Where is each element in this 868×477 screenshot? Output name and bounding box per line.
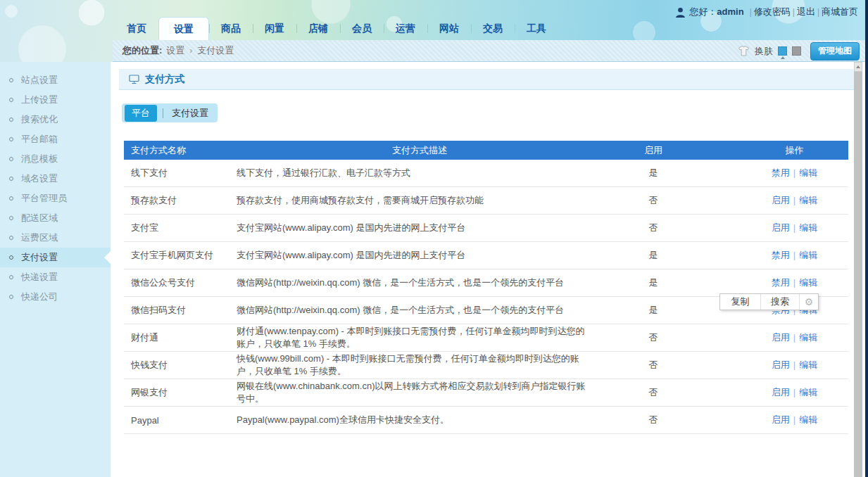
action-separator: | [793, 167, 795, 178]
table-row: 财付通财付通(www.tenpay.com) - 本即时到账接口无需预付费，任何… [124, 324, 848, 352]
toggle-enable-link[interactable]: 启用 [772, 222, 790, 233]
payment-description: 线下支付，通过银行汇款、电子汇款等方式 [237, 167, 603, 179]
user-link-separator: | [793, 7, 795, 17]
username: admin [717, 6, 743, 17]
row-actions: 禁用|编辑 [704, 249, 848, 262]
nav-tab-1[interactable]: 设置 [158, 17, 209, 40]
nav-tab-3[interactable]: 闲置 [253, 17, 296, 40]
gear-icon[interactable] [800, 294, 818, 310]
payment-name: 支付宝 [124, 222, 237, 234]
user-link-2[interactable]: 商城首页 [822, 6, 858, 18]
tab-platform[interactable]: 平台 [125, 105, 157, 122]
action-separator: | [793, 414, 795, 425]
sidebar-item-1[interactable]: 上传设置 [0, 90, 111, 110]
bullet-icon [9, 216, 13, 220]
context-menu-search[interactable]: 搜索 [761, 294, 800, 310]
row-actions: 启用|编辑 [704, 414, 848, 426]
bullet-icon [9, 157, 13, 161]
nav-tab-9[interactable]: 工具 [515, 17, 558, 40]
breadcrumb-separator: › [189, 46, 192, 56]
edit-link[interactable]: 编辑 [799, 414, 817, 425]
toggle-enable-link[interactable]: 启用 [772, 360, 790, 370]
edit-link[interactable]: 编辑 [799, 332, 817, 343]
nav-tab-4[interactable]: 店铺 [296, 17, 340, 40]
toggle-enable-link[interactable]: 启用 [772, 387, 790, 398]
sidebar-item-label: 域名设置 [21, 172, 58, 185]
nav-tab-5[interactable]: 会员 [340, 17, 384, 40]
row-actions: 禁用|编辑 [704, 167, 848, 179]
enabled-status: 否 [603, 194, 704, 207]
sidebar-item-5[interactable]: 域名设置 [0, 169, 111, 189]
edit-link[interactable]: 编辑 [799, 222, 817, 233]
sidebar-item-label: 上传设置 [21, 94, 58, 106]
col-header-desc: 支付方式描述 [237, 144, 603, 157]
skin-swatch-blue[interactable] [778, 46, 787, 56]
toggle-enable-link[interactable]: 禁用 [772, 167, 790, 178]
scrollbar[interactable] [854, 62, 862, 477]
sidebar-item-2[interactable]: 搜索优化 [0, 110, 111, 129]
payment-table: 支付方式名称 支付方式描述 启用 操作 线下支付线下支付，通过银行汇款、电子汇款… [124, 141, 848, 434]
payment-description: 微信网站(http://weixin.qq.com) 微信，是一个生活方式，也是… [237, 304, 603, 317]
user-links: |修改密码|退出|商城首页 [748, 6, 858, 18]
breadcrumb-item-1[interactable]: 支付设置 [197, 44, 234, 57]
sidebar-item-label: 快递公司 [21, 291, 58, 303]
sidebar-item-3[interactable]: 平台邮箱 [0, 129, 111, 149]
scrollbar-thumb[interactable] [854, 72, 862, 477]
admin-map-button[interactable]: 管理地图 [810, 42, 860, 61]
enabled-status: 否 [603, 414, 704, 426]
table-header: 支付方式名称 支付方式描述 启用 操作 [124, 141, 848, 160]
nav-tab-6[interactable]: 运营 [384, 17, 427, 40]
tab-divider [163, 108, 163, 118]
nav-tab-8[interactable]: 交易 [471, 17, 515, 40]
scrollbar-up-icon[interactable] [854, 62, 862, 72]
enabled-status: 是 [603, 249, 704, 262]
action-separator: | [793, 277, 795, 288]
toggle-enable-link[interactable]: 禁用 [772, 277, 790, 288]
edit-link[interactable]: 编辑 [799, 277, 817, 288]
nav-tab-7[interactable]: 网站 [427, 17, 471, 40]
payment-name: 微信扫码支付 [124, 304, 237, 317]
sidebar-item-10[interactable]: 快递设置 [0, 267, 111, 287]
payment-name: 财付通 [124, 331, 237, 344]
row-actions: 启用|编辑 [704, 194, 848, 207]
toggle-enable-link[interactable]: 禁用 [772, 250, 790, 260]
edit-link[interactable]: 编辑 [799, 167, 817, 178]
sidebar-item-0[interactable]: 站点设置 [0, 70, 111, 90]
user-link-separator: | [817, 7, 819, 17]
edit-link[interactable]: 编辑 [799, 360, 817, 370]
sidebar-item-label: 平台邮箱 [21, 133, 58, 146]
user-icon [675, 7, 686, 18]
sidebar-item-8[interactable]: 运费区域 [0, 228, 111, 248]
user-link-0[interactable]: 修改密码 [754, 6, 791, 18]
context-menu-copy[interactable]: 复制 [720, 294, 761, 310]
action-separator: | [793, 387, 795, 398]
bullet-icon [9, 98, 13, 102]
toggle-enable-link[interactable]: 启用 [772, 332, 790, 343]
nav-tab-0[interactable]: 首页 [115, 17, 158, 40]
sidebar-item-11[interactable]: 快递公司 [0, 287, 111, 307]
sidebar-item-7[interactable]: 配送区域 [0, 208, 111, 228]
bullet-icon [9, 275, 13, 279]
enabled-status: 否 [603, 359, 704, 371]
payment-tabs: 平台 支付设置 [122, 103, 218, 122]
table-row: 预存款支付预存款支付，使用商城预存款支付，需要商城开启预存款功能否启用|编辑 [124, 187, 848, 215]
table-row: 支付宝支付宝网站(www.alipay.com) 是国内先进的网上支付平台否启用… [124, 215, 848, 242]
edit-link[interactable]: 编辑 [799, 250, 817, 260]
tab-payment-settings[interactable]: 支付设置 [169, 105, 211, 122]
sidebar-item-4[interactable]: 消息模板 [0, 149, 111, 169]
toggle-enable-link[interactable]: 启用 [772, 414, 790, 425]
edit-link[interactable]: 编辑 [799, 387, 817, 398]
breadcrumb-item-0[interactable]: 设置 [166, 44, 184, 57]
toggle-enable-link[interactable]: 启用 [772, 195, 790, 205]
user-link-1[interactable]: 退出 [797, 6, 815, 18]
sidebar-item-6[interactable]: 平台管理员 [0, 189, 111, 208]
sidebar-item-9[interactable]: 支付设置 [0, 248, 111, 267]
nav-tab-2[interactable]: 商品 [209, 17, 253, 40]
bullet-icon [9, 196, 13, 201]
breadcrumb: 设置›支付设置 [166, 44, 234, 57]
skin-swatch-gray[interactable] [792, 46, 801, 56]
edit-link[interactable]: 编辑 [799, 195, 817, 205]
breadcrumb-label: 您的位置: [122, 44, 162, 57]
sidebar-item-label: 快递设置 [21, 271, 58, 284]
active-arrow-icon [104, 251, 111, 264]
